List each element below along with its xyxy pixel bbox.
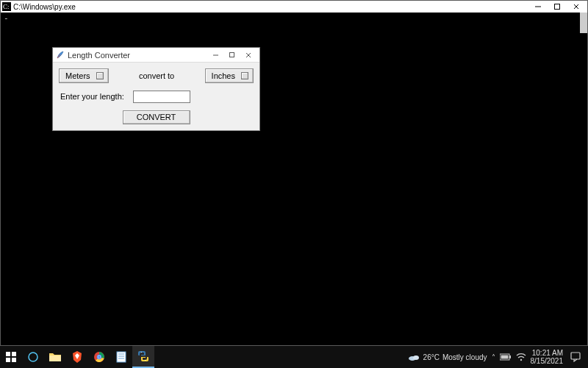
minimize-button[interactable] <box>528 1 548 12</box>
weather-cloud-icon <box>407 352 420 362</box>
python-icon[interactable] <box>132 346 154 368</box>
taskbar-right: 26°C Mostly cloudy ˄ 10:21 AM <box>407 346 588 368</box>
optionmenu-indicator-icon <box>241 72 248 79</box>
optionmenu-indicator-icon <box>96 72 104 79</box>
brave-icon[interactable] <box>66 346 88 368</box>
svg-rect-3 <box>555 4 560 10</box>
length-converter-window: Length Converter Meters convert to <box>52 47 260 131</box>
dialog-maximize-button[interactable] <box>224 49 240 61</box>
svg-rect-14 <box>12 358 16 362</box>
console-app-icon: C: <box>2 2 11 11</box>
console-window: C: C:\Windows\py.exe - <box>0 0 588 346</box>
system-tray: ˄ <box>492 353 526 361</box>
svg-point-15 <box>29 353 37 361</box>
weather-widget[interactable]: 26°C Mostly cloudy <box>407 352 487 362</box>
taskbar-left <box>0 346 154 368</box>
maximize-button[interactable] <box>548 1 567 12</box>
to-unit-label: Inches <box>212 71 235 80</box>
dialog-minimize-button[interactable] <box>208 49 224 61</box>
tray-chevron-up-icon[interactable]: ˄ <box>492 353 495 361</box>
battery-icon[interactable] <box>500 353 512 361</box>
svg-text:C:: C: <box>3 3 10 10</box>
chrome-icon[interactable] <box>88 346 110 368</box>
convert-button-label: CONVERT <box>137 113 176 121</box>
svg-rect-16 <box>49 355 61 361</box>
svg-point-20 <box>98 355 101 358</box>
file-explorer-icon[interactable] <box>44 346 66 368</box>
dialog-body: Meters convert to Inches Enter your leng… <box>53 63 259 130</box>
length-input[interactable] <box>133 91 190 103</box>
console-titlebar[interactable]: C: C:\Windows\py.exe <box>1 1 587 13</box>
cortana-icon[interactable] <box>22 346 44 368</box>
svg-rect-12 <box>12 352 16 356</box>
to-unit-optionmenu[interactable]: Inches <box>205 68 254 83</box>
action-center-icon[interactable] <box>567 352 584 362</box>
enter-length-label: Enter your length: <box>59 92 124 101</box>
clock-date: 8/15/2021 <box>531 357 564 365</box>
convert-button[interactable]: CONVERT <box>123 110 190 124</box>
svg-point-28 <box>413 355 419 360</box>
dialog-close-button[interactable] <box>240 49 257 61</box>
svg-point-32 <box>520 359 521 361</box>
svg-rect-11 <box>6 352 10 356</box>
svg-rect-21 <box>117 352 126 362</box>
clock[interactable]: 10:21 AM 8/15/2021 <box>531 349 564 365</box>
weather-desc: Mostly cloudy <box>442 353 487 361</box>
svg-rect-13 <box>6 358 10 362</box>
weather-temp: 26°C <box>423 353 440 361</box>
svg-rect-31 <box>501 355 508 359</box>
dialog-title: Length Converter <box>68 51 208 60</box>
svg-rect-30 <box>509 355 511 358</box>
console-title: C:\Windows\py.exe <box>13 3 528 11</box>
svg-point-26 <box>145 360 146 361</box>
console-caret: - <box>4 13 9 23</box>
window-controls <box>528 1 586 12</box>
close-button[interactable] <box>567 1 586 12</box>
start-button[interactable] <box>0 346 22 368</box>
clock-time: 10:21 AM <box>531 349 564 357</box>
from-unit-label: Meters <box>65 71 90 80</box>
tk-feather-icon <box>56 51 65 60</box>
wifi-icon[interactable] <box>516 353 526 361</box>
vertical-scrollbar[interactable] <box>580 13 587 33</box>
app-icon-notepad[interactable] <box>110 346 132 368</box>
convert-to-label: convert to <box>109 71 205 80</box>
svg-rect-33 <box>571 353 580 359</box>
taskbar: 26°C Mostly cloudy ˄ 10:21 AM <box>0 346 588 368</box>
svg-point-25 <box>141 352 142 353</box>
svg-rect-8 <box>230 52 234 57</box>
from-unit-optionmenu[interactable]: Meters <box>59 68 109 83</box>
dialog-titlebar[interactable]: Length Converter <box>53 48 259 63</box>
